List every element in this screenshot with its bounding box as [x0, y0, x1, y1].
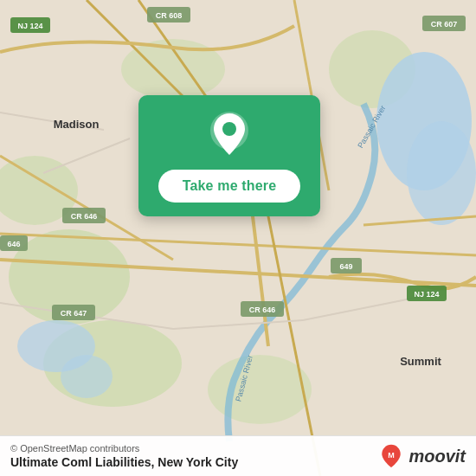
svg-text:M: M: [389, 451, 396, 460]
svg-point-48: [222, 122, 236, 136]
svg-point-10: [61, 355, 113, 398]
svg-text:Summit: Summit: [400, 355, 441, 368]
navigation-card: Take me there: [138, 95, 320, 216]
osm-attribution: © OpenStreetMap contributors: [10, 443, 238, 453]
moovit-brand-text: moovit: [408, 447, 466, 466]
bottom-left-info: © OpenStreetMap contributors Ultimate Co…: [10, 443, 238, 469]
svg-text:Madison: Madison: [54, 118, 100, 131]
svg-text:646: 646: [7, 240, 20, 248]
svg-point-4: [208, 355, 312, 424]
svg-text:CR 608: CR 608: [156, 11, 183, 20]
take-me-there-button[interactable]: Take me there: [158, 170, 301, 203]
svg-text:NJ 124: NJ 124: [414, 290, 439, 299]
place-name-label: Ultimate Coml Liabilities, New York City: [10, 455, 238, 469]
svg-text:CR 607: CR 607: [431, 20, 458, 29]
svg-text:649: 649: [339, 262, 352, 271]
svg-text:CR 646: CR 646: [249, 306, 276, 314]
map-background: NJ 124 CR 608 CR 607 CR 646 646 CR 647 C…: [0, 0, 476, 476]
moovit-icon: M: [379, 444, 403, 468]
map-container: NJ 124 CR 608 CR 607 CR 646 646 CR 647 C…: [0, 0, 476, 476]
svg-point-8: [407, 121, 476, 225]
moovit-logo: M moovit: [379, 444, 466, 468]
svg-text:CR 647: CR 647: [61, 309, 87, 318]
svg-text:CR 646: CR 646: [71, 212, 98, 221]
svg-text:NJ 124: NJ 124: [17, 22, 42, 30]
bottom-info-bar: © OpenStreetMap contributors Ultimate Co…: [0, 435, 476, 476]
location-pin-icon: [206, 111, 253, 158]
